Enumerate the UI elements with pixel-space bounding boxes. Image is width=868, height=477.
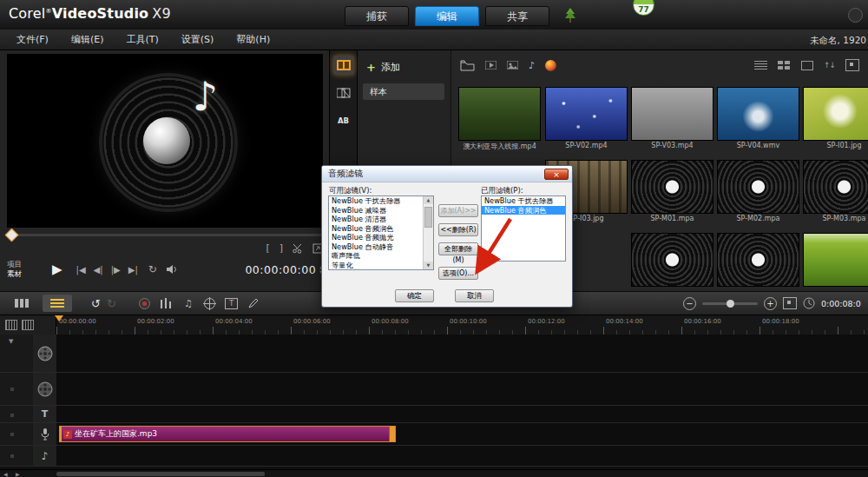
subtitle-editor-button[interactable]: T [224,295,240,311]
motion-tracking-button[interactable] [202,295,218,311]
fit-project-icon[interactable] [783,297,797,309]
go-end-button[interactable]: ▶| [128,265,138,275]
mark-out-button[interactable]: ] [279,242,283,254]
filter-list-item[interactable]: NewBlue 清洁器 [329,215,433,224]
dialog-close-button[interactable]: × [544,169,569,180]
video-track-button[interactable] [33,335,57,372]
clip-left-edge[interactable] [59,426,62,442]
notification-badge[interactable]: 77 [633,0,654,16]
mark-in-button[interactable]: [ [266,242,269,254]
sound-mixer-button[interactable] [159,295,174,311]
used-filters-list[interactable]: NewBlue 干扰去除器 NewBlue 音频润色 [481,195,566,262]
library-thumbnail[interactable] [631,233,713,287]
add-filter-button[interactable]: 添加(A)>> [438,204,478,217]
help-icon[interactable] [848,8,863,23]
scroll-left-button[interactable]: ◀ [3,471,8,477]
filter-list-item[interactable]: NewBlue 音频抛光 [329,233,433,242]
filter-list-item[interactable]: NewBlue 减噪器 [329,206,433,215]
auto-music-button[interactable]: ♫ [181,295,196,311]
previous-frame-button[interactable]: ◀| [94,265,103,275]
mode-clip-label[interactable]: 素材 [7,269,33,279]
menu-edit[interactable]: 编辑(E) [60,30,115,50]
used-filter-item-selected[interactable]: NewBlue 音频润色 [482,206,565,215]
tab-capture[interactable]: 捕获 [345,6,409,26]
title-track-button[interactable]: T [33,406,57,422]
library-thumbnail[interactable]: SP-V03.mp4 [631,87,713,152]
track-options-icon[interactable] [10,414,14,417]
library-thumbnail[interactable]: SP-M02.mpa [717,160,799,225]
nav-title-button[interactable]: AB [333,111,354,130]
scroll-up-icon[interactable]: ▲ [424,196,433,204]
available-filters-list[interactable]: NewBlue 干扰去除器 NewBlue 减噪器 NewBlue 清洁器 Ne… [328,195,434,270]
filter-list-item[interactable]: NewBlue 音频润色 [329,224,433,234]
cancel-button[interactable]: 取消 [455,289,494,302]
filter-list-item[interactable]: NewBlue 自动静音 [329,242,433,252]
import-folder-icon[interactable] [460,60,475,71]
track-options-icon[interactable] [10,388,14,391]
menu-settings[interactable]: 设置(S) [170,30,226,50]
title-track-lane[interactable] [56,406,868,422]
zoom-slider-handle[interactable] [727,300,734,308]
voice-track-button[interactable] [33,423,57,445]
filter-options-button[interactable]: 选项(O)... [438,267,478,280]
filter-list-item[interactable]: 等量化 [329,261,433,270]
timeline-scrollbar[interactable]: ◀ ▶ [0,469,868,477]
music-track-button[interactable]: ♪ [33,446,57,466]
cloud-media-icon[interactable] [545,60,556,71]
seek-bar[interactable] [7,229,323,240]
video-track-lane[interactable] [56,335,868,372]
music-track-lane[interactable] [56,446,868,466]
menu-tools[interactable]: 工具(T) [115,30,169,50]
track-options-icon[interactable] [10,454,14,458]
repeat-button[interactable]: ↻ [148,263,157,275]
menu-file[interactable]: 文件(F) [5,30,60,50]
track-manager-icon[interactable] [5,320,17,330]
library-thumbnail[interactable]: SP-I01.jpg [803,87,868,152]
ripple-editing-icon[interactable] [22,320,34,330]
library-thumbnail[interactable]: 澳大利亚导入线报.mp4 [458,87,541,152]
gallery-item-samples[interactable]: 样本 [363,83,444,100]
list-scrollbar[interactable]: ▲ ▼ [423,196,433,269]
filter-video-icon[interactable] [485,61,496,70]
overlay-track-lane[interactable] [56,373,868,405]
go-start-button[interactable]: |◀ [76,265,86,275]
filter-audio-icon[interactable]: ♪ [529,60,535,71]
used-filter-item[interactable]: NewBlue 干扰去除器 [482,196,565,206]
filter-list-item[interactable]: 嘶声降低 [329,251,433,261]
zoom-in-button[interactable]: + [764,297,777,310]
timeline-zoom-slider[interactable] [702,302,758,305]
scroll-down-icon[interactable]: ▼ [424,262,433,269]
nav-transition-button[interactable] [333,83,354,103]
timeline-view-button[interactable] [43,295,72,312]
seek-handle[interactable] [5,229,19,242]
track-options-icon[interactable] [10,433,14,436]
voice-track-lane[interactable]: ♪ 坐在矿车上的国家.mp3 [56,423,868,445]
library-thumbnail[interactable] [803,233,868,287]
remove-filter-button[interactable]: <<删除(R) [438,223,478,236]
remove-all-filters-button[interactable]: 全部删除(M) [438,242,478,255]
library-thumbnail[interactable]: SP-V04.wmv [717,87,799,152]
filter-list-item[interactable]: NewBlue 干扰去除器 [329,196,433,206]
painting-creator-button[interactable] [246,295,261,311]
preview-timecode[interactable]: 00:00:00:00 [245,263,316,276]
record-capture-button[interactable] [137,295,153,311]
zoom-out-button[interactable]: − [683,297,696,310]
duration-clock-icon[interactable] [803,297,815,309]
undo-button[interactable]: ↺ [91,297,101,310]
storyboard-view-button[interactable] [7,295,36,312]
next-frame-button[interactable]: |▶ [111,265,121,275]
redo-button[interactable]: ↻ [107,297,116,310]
list-view-icon[interactable] [754,61,767,70]
menu-help[interactable]: 帮助(H) [225,30,281,50]
overlay-track-button[interactable] [33,373,57,405]
library-thumbnail[interactable] [717,233,799,287]
timeline-ruler[interactable]: 00:00:00:00 00:00:02:00 00:00:04:00 00:0… [56,315,868,335]
thumbnail-view-icon[interactable] [778,61,791,70]
detail-view-icon[interactable] [801,61,813,70]
library-thumbnail[interactable]: SP-V02.mp4 [545,87,628,152]
clip-trim-handle[interactable] [389,426,396,442]
library-thumbnail[interactable]: SP-M03.mpa [803,160,868,225]
options-panel-icon[interactable] [845,59,859,71]
chevron-down-icon[interactable]: ▼ [9,338,13,345]
split-clip-icon[interactable] [293,243,303,254]
